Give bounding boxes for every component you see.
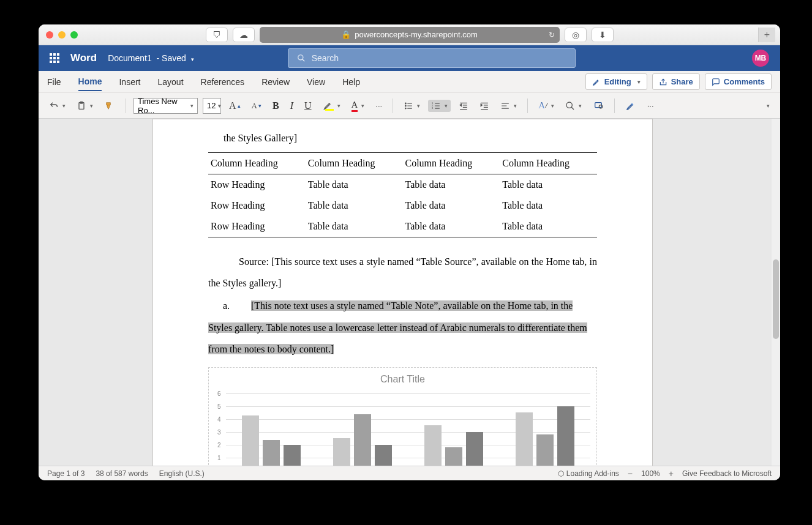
mac-titlebar: ⛉ ☁ 🔒 powerconcepts-my.sharepoint.com ↻ …: [39, 24, 780, 45]
tab-references[interactable]: References: [201, 73, 245, 91]
chart-bar[interactable]: [375, 445, 392, 466]
tab-help[interactable]: Help: [342, 73, 360, 91]
app-launcher-icon[interactable]: [50, 53, 59, 63]
tab-layout[interactable]: Layout: [157, 73, 183, 91]
comment-icon: [712, 78, 720, 86]
tab-view[interactable]: View: [307, 73, 325, 91]
chart-bar[interactable]: [536, 434, 554, 466]
document-page[interactable]: the Styles Gallery] Column HeadingColumn…: [152, 119, 653, 466]
editor-button[interactable]: [622, 99, 639, 113]
tab-file[interactable]: File: [47, 73, 61, 91]
table-row[interactable]: Row HeadingTable dataTable dataTable dat…: [208, 195, 597, 216]
column-heading[interactable]: Column Heading: [500, 153, 597, 174]
minimize-window[interactable]: [58, 31, 66, 39]
reload-icon[interactable]: ↻: [549, 31, 555, 39]
find-button[interactable]: ▾: [562, 99, 585, 113]
more-commands-button[interactable]: ···: [644, 99, 657, 112]
font-family-select[interactable]: Times New Ro...▾: [133, 98, 198, 114]
pencil-icon: [592, 78, 601, 86]
home-toolbar: ▾ ▾ Times New Ro...▾ 12▾ A▴ A▾ B I U ▾ A…: [39, 93, 780, 119]
table-note-text: a.[This note text uses a style named “Ta…: [208, 295, 597, 360]
styles-gallery-text: the Styles Gallery]: [224, 133, 597, 144]
grow-font-button[interactable]: A▴: [226, 99, 244, 113]
maximize-window[interactable]: [70, 31, 78, 39]
bold-button[interactable]: B: [269, 99, 282, 113]
chart-bar[interactable]: [516, 412, 533, 466]
zoom-out-button[interactable]: −: [628, 469, 633, 478]
numbering-button[interactable]: 123▾: [428, 100, 451, 112]
document-table[interactable]: Column HeadingColumn HeadingColumn Headi…: [208, 152, 597, 237]
chart-bar[interactable]: [424, 425, 442, 466]
status-words[interactable]: 38 of 587 words: [96, 469, 148, 478]
increase-indent-button[interactable]: [476, 100, 492, 112]
privacy-icon[interactable]: ⛉: [206, 28, 228, 42]
share-icon: [659, 78, 667, 86]
chart-bar[interactable]: [445, 447, 462, 466]
downloads-icon[interactable]: ⬇: [592, 28, 614, 42]
status-bar: Page 1 of 3 38 of 587 words English (U.S…: [39, 466, 780, 480]
table-row[interactable]: Row HeadingTable dataTable dataTable dat…: [208, 174, 597, 196]
table-source-text: Source: [This source text uses a style n…: [208, 251, 597, 294]
mac-window: ⛉ ☁ 🔒 powerconcepts-my.sharepoint.com ↻ …: [39, 24, 780, 480]
feedback-link[interactable]: Give Feedback to Microsoft: [682, 469, 772, 478]
zoom-level[interactable]: 100%: [641, 469, 660, 478]
format-painter-button[interactable]: [101, 99, 118, 113]
font-size-select[interactable]: 12▾: [203, 98, 221, 114]
zoom-in-button[interactable]: +: [669, 469, 674, 478]
document-area[interactable]: the Styles Gallery] Column HeadingColumn…: [39, 119, 772, 466]
document-name[interactable]: Document1 - Saved ▾: [108, 53, 194, 63]
chart-bar[interactable]: [354, 414, 371, 466]
chart-bar[interactable]: [333, 438, 350, 466]
undo-button[interactable]: ▾: [46, 99, 69, 113]
chart-bar[interactable]: [284, 445, 301, 466]
dictate-button[interactable]: [590, 99, 607, 113]
svg-line-28: [571, 107, 574, 110]
bullets-button[interactable]: ▾: [400, 100, 423, 112]
search-icon: [297, 54, 306, 62]
url-bar[interactable]: 🔒 powerconcepts-my.sharepoint.com ↻: [260, 27, 560, 43]
font-color-button[interactable]: A▾: [348, 98, 368, 114]
window-controls: [46, 31, 78, 39]
styles-button[interactable]: A⁄▾: [535, 99, 557, 113]
tab-review[interactable]: Review: [261, 73, 290, 91]
chart-bar[interactable]: [263, 440, 280, 466]
close-window[interactable]: [46, 31, 53, 39]
decrease-indent-button[interactable]: [456, 100, 472, 112]
cloud-icon[interactable]: ☁: [233, 28, 255, 42]
chart-plot: 0123456: [226, 393, 590, 466]
svg-point-6: [405, 105, 407, 106]
scrollbar-thumb[interactable]: [773, 259, 779, 339]
more-font-button[interactable]: ···: [372, 99, 385, 112]
ribbon-collapse-button[interactable]: ▾: [761, 101, 773, 111]
comments-button[interactable]: Comments: [705, 73, 772, 90]
app-name[interactable]: Word: [70, 52, 97, 64]
tab-home[interactable]: Home: [78, 73, 102, 91]
column-heading[interactable]: Column Heading: [306, 153, 403, 174]
column-heading[interactable]: Column Heading: [403, 153, 500, 174]
svg-point-27: [566, 102, 572, 108]
shrink-font-button[interactable]: A▾: [249, 99, 265, 113]
status-page[interactable]: Page 1 of 3: [47, 469, 85, 478]
vertical-scrollbar[interactable]: [772, 119, 780, 466]
chart-object[interactable]: Chart Title 0123456: [208, 367, 597, 466]
lock-icon: 🔒: [341, 30, 351, 39]
search-input[interactable]: Search: [288, 48, 576, 68]
svg-text:3: 3: [432, 106, 434, 110]
table-row[interactable]: Row HeadingTable dataTable dataTable dat…: [208, 216, 597, 237]
column-heading[interactable]: Column Heading: [208, 153, 306, 174]
avatar[interactable]: MB: [752, 50, 769, 67]
share-button[interactable]: Share: [652, 73, 700, 90]
status-language[interactable]: English (U.S.): [159, 469, 205, 478]
italic-button[interactable]: I: [287, 99, 296, 113]
chart-bar[interactable]: [466, 432, 483, 466]
underline-button[interactable]: U: [301, 99, 315, 113]
chart-bar[interactable]: [557, 406, 574, 466]
new-tab-button[interactable]: +: [758, 28, 775, 42]
chart-bar[interactable]: [242, 415, 259, 466]
align-button[interactable]: ▾: [497, 100, 520, 112]
editing-mode-button[interactable]: Editing▾: [585, 73, 647, 90]
reader-icon[interactable]: ◎: [565, 28, 587, 42]
tab-insert[interactable]: Insert: [119, 73, 140, 91]
paste-button[interactable]: ▾: [73, 99, 96, 113]
highlight-button[interactable]: ▾: [320, 99, 344, 113]
